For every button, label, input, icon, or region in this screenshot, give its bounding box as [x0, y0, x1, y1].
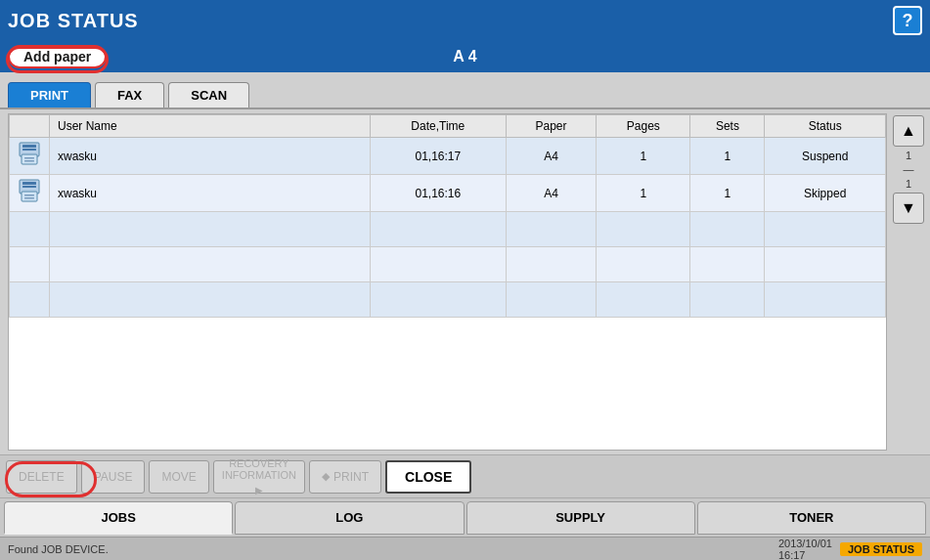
svg-rect-11	[24, 197, 34, 199]
tab-row: PRINT FAX SCAN	[0, 72, 930, 109]
table-row[interactable]: xwasku 01,16:16 A4 1 1 Skipped	[10, 175, 886, 212]
row-status-1: Suspend	[765, 138, 886, 175]
row-paper-1: A4	[506, 138, 596, 175]
tab-print[interactable]: PRINT	[8, 82, 91, 108]
svg-rect-3	[22, 154, 37, 164]
add-paper-button[interactable]: Add paper	[8, 45, 107, 68]
table-row-empty	[10, 282, 886, 318]
print-icon	[16, 178, 43, 205]
row-sets-1: 1	[690, 138, 765, 175]
job-status-badge: JOB STATUS	[840, 542, 922, 556]
header: JOB STATUS ?	[0, 0, 930, 41]
close-button[interactable]: CLOSE	[385, 460, 471, 494]
status-bar: Found JOB DEVICE. 2013/10/0116:17 JOB ST…	[0, 537, 930, 560]
delete-button[interactable]: DELETE	[6, 460, 77, 494]
col-icon	[10, 115, 50, 138]
job-table-wrapper: User Name Date,Time Paper Pages Sets Sta…	[8, 113, 887, 451]
row-icon	[10, 138, 50, 175]
add-paper-bar: Add paper A 4	[0, 41, 930, 72]
recovery-information-button[interactable]: RECOVERYINFORMATION ▶	[213, 460, 305, 494]
svg-rect-4	[24, 157, 34, 159]
action-bar: DELETE PAUSE MOVE RECOVERYINFORMATION ▶ …	[0, 454, 930, 497]
col-username: User Name	[50, 115, 371, 138]
job-table: User Name Date,Time Paper Pages Sets Sta…	[9, 114, 886, 318]
svg-rect-5	[24, 160, 34, 162]
nav-tab-supply[interactable]: SUPPLY	[466, 501, 695, 535]
svg-rect-7	[22, 182, 36, 185]
nav-tab-log[interactable]: LOG	[235, 501, 464, 535]
row-datetime-2: 01,16:16	[370, 175, 506, 212]
col-pages: Pages	[597, 115, 690, 138]
paper-size-label: A 4	[0, 48, 930, 65]
svg-rect-8	[22, 186, 36, 188]
row-username-1: xwasku	[50, 138, 371, 175]
svg-rect-9	[22, 192, 37, 201]
status-message: Found JOB DEVICE.	[8, 543, 109, 555]
row-sets-2: 1	[690, 175, 765, 212]
svg-rect-10	[24, 194, 34, 196]
print-action-button[interactable]: ◆ PRINT	[309, 460, 381, 494]
datetime-display: 2013/10/0116:17	[778, 538, 832, 561]
row-icon	[10, 175, 50, 212]
svg-rect-1	[22, 145, 36, 148]
pause-button[interactable]: PAUSE	[81, 460, 146, 494]
col-sets: Sets	[690, 115, 765, 138]
bottom-nav: JOBS LOG SUPPLY TONER	[0, 497, 930, 537]
row-pages-1: 1	[597, 138, 690, 175]
col-status: Status	[765, 115, 886, 138]
main-container: JOB STATUS ? Add paper A 4 PRINT FAX SCA…	[0, 0, 930, 560]
col-paper: Paper	[506, 115, 596, 138]
table-row[interactable]: xwasku 01,16:17 A4 1 1 Suspend	[10, 138, 886, 175]
scroll-down-button[interactable]: ▼	[893, 193, 924, 224]
diamond-icon: ◆	[322, 470, 330, 483]
svg-rect-2	[22, 149, 36, 151]
table-row-empty	[10, 247, 886, 282]
nav-tab-toner[interactable]: TONER	[697, 501, 926, 535]
scroll-up-button[interactable]: ▲	[893, 115, 924, 147]
help-button[interactable]: ?	[893, 6, 922, 35]
col-datetime: Date,Time	[370, 115, 506, 138]
scroll-controls: ▲ 1—1 ▼	[891, 113, 926, 451]
table-row-empty	[10, 212, 886, 247]
move-button[interactable]: MOVE	[149, 460, 208, 494]
page-title: JOB STATUS	[8, 10, 139, 32]
row-username-2: xwasku	[50, 175, 371, 212]
row-datetime-1: 01,16:17	[370, 138, 506, 175]
recovery-arrow-icon: ▶	[255, 485, 263, 495]
table-area: User Name Date,Time Paper Pages Sets Sta…	[0, 109, 930, 454]
page-indicator: 1—1	[904, 149, 914, 191]
nav-tab-jobs[interactable]: JOBS	[4, 501, 233, 535]
row-paper-2: A4	[506, 175, 596, 212]
row-pages-2: 1	[597, 175, 690, 212]
row-status-2: Skipped	[765, 175, 886, 212]
tab-scan[interactable]: SCAN	[168, 82, 249, 108]
print-icon	[16, 141, 43, 168]
tab-fax[interactable]: FAX	[95, 82, 164, 108]
